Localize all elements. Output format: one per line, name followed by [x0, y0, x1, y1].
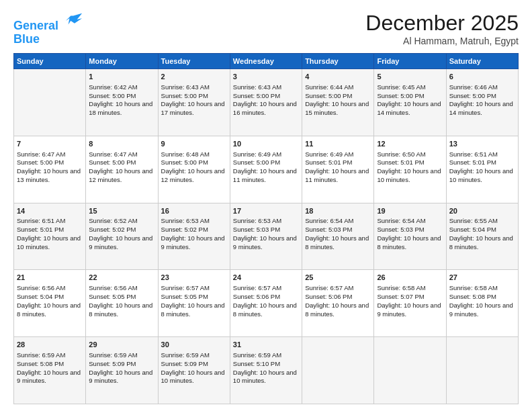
calendar-cell: 10Sunrise: 6:49 AMSunset: 5:00 PMDayligh…: [230, 136, 302, 203]
logo: General Blue: [13, 11, 83, 46]
sunset-text: Sunset: 5:02 PM: [161, 226, 208, 233]
week-row-5: 28Sunrise: 6:59 AMSunset: 5:08 PMDayligh…: [14, 337, 519, 404]
day-number: 6: [449, 72, 515, 82]
daylight-text: Daylight: 10 hours and 17 minutes.: [161, 100, 225, 116]
daylight-text: Daylight: 10 hours and 8 minutes.: [89, 302, 152, 318]
sunset-text: Sunset: 5:08 PM: [17, 360, 64, 367]
calendar-cell: 30Sunrise: 6:59 AMSunset: 5:09 PMDayligh…: [158, 337, 230, 404]
calendar-cell: 1Sunrise: 6:42 AMSunset: 5:00 PMDaylight…: [86, 69, 158, 136]
calendar-cell: [446, 337, 518, 404]
month-title: December 2025: [365, 11, 519, 36]
calendar-cell: 14Sunrise: 6:51 AMSunset: 5:01 PMDayligh…: [14, 203, 86, 270]
calendar-cell: 13Sunrise: 6:51 AMSunset: 5:01 PMDayligh…: [446, 136, 518, 203]
calendar-cell: 11Sunrise: 6:49 AMSunset: 5:01 PMDayligh…: [302, 136, 374, 203]
daylight-text: Daylight: 10 hours and 13 minutes.: [17, 167, 81, 183]
daylight-text: Daylight: 10 hours and 9 minutes.: [89, 369, 152, 385]
daylight-text: Daylight: 10 hours and 10 minutes.: [449, 167, 513, 183]
day-number: 4: [305, 72, 371, 82]
col-header-thursday: Thursday: [302, 54, 374, 69]
calendar-cell: 25Sunrise: 6:57 AMSunset: 5:06 PMDayligh…: [302, 270, 374, 337]
day-number: 22: [89, 273, 154, 283]
col-header-sunday: Sunday: [14, 54, 86, 69]
sunset-text: Sunset: 5:06 PM: [305, 293, 352, 300]
calendar-cell: 16Sunrise: 6:53 AMSunset: 5:02 PMDayligh…: [158, 203, 230, 270]
calendar-cell: 28Sunrise: 6:59 AMSunset: 5:08 PMDayligh…: [14, 337, 86, 404]
daylight-text: Daylight: 10 hours and 8 minutes.: [449, 234, 513, 250]
daylight-text: Daylight: 10 hours and 16 minutes.: [233, 100, 297, 116]
day-number: 3: [233, 72, 299, 82]
day-number: 7: [17, 139, 83, 149]
sunrise-text: Sunrise: 6:44 AM: [305, 83, 353, 91]
sunrise-text: Sunrise: 6:59 AM: [17, 351, 65, 359]
sunset-text: Sunset: 5:08 PM: [449, 293, 496, 300]
col-header-tuesday: Tuesday: [158, 54, 230, 69]
week-row-3: 14Sunrise: 6:51 AMSunset: 5:01 PMDayligh…: [14, 203, 519, 270]
header-row: SundayMondayTuesdayWednesdayThursdayFrid…: [14, 54, 519, 69]
day-number: 12: [377, 139, 443, 149]
calendar-table: SundayMondayTuesdayWednesdayThursdayFrid…: [13, 53, 519, 404]
sunset-text: Sunset: 5:00 PM: [17, 158, 64, 166]
day-number: 11: [305, 139, 371, 149]
calendar-cell: 27Sunrise: 6:58 AMSunset: 5:08 PMDayligh…: [446, 270, 518, 337]
daylight-text: Daylight: 10 hours and 10 minutes.: [17, 234, 81, 250]
sunset-text: Sunset: 5:01 PM: [305, 158, 352, 166]
sunset-text: Sunset: 5:01 PM: [449, 158, 496, 166]
sunrise-text: Sunrise: 6:58 AM: [449, 284, 498, 291]
sunrise-text: Sunrise: 6:57 AM: [233, 284, 281, 291]
col-header-friday: Friday: [374, 54, 446, 69]
day-number: 25: [305, 273, 371, 283]
daylight-text: Daylight: 10 hours and 10 minutes.: [377, 167, 441, 183]
daylight-text: Daylight: 10 hours and 9 minutes.: [233, 234, 297, 250]
daylight-text: Daylight: 10 hours and 18 minutes.: [89, 100, 152, 116]
daylight-text: Daylight: 10 hours and 9 minutes.: [17, 369, 81, 385]
sunset-text: Sunset: 5:04 PM: [17, 293, 64, 300]
logo-bird-icon: [64, 11, 83, 30]
calendar-cell: 24Sunrise: 6:57 AMSunset: 5:06 PMDayligh…: [230, 270, 302, 337]
sunset-text: Sunset: 5:07 PM: [377, 293, 424, 300]
daylight-text: Daylight: 10 hours and 9 minutes.: [377, 302, 441, 318]
sunrise-text: Sunrise: 6:59 AM: [89, 351, 137, 359]
sunset-text: Sunset: 5:00 PM: [305, 92, 352, 99]
sunrise-text: Sunrise: 6:57 AM: [305, 284, 353, 291]
sunrise-text: Sunrise: 6:59 AM: [233, 351, 281, 359]
day-number: 9: [161, 139, 227, 149]
sunrise-text: Sunrise: 6:49 AM: [233, 150, 281, 158]
day-number: 5: [377, 72, 443, 82]
sunset-text: Sunset: 5:03 PM: [233, 226, 280, 233]
sunset-text: Sunset: 5:00 PM: [161, 92, 208, 99]
calendar-cell: 4Sunrise: 6:44 AMSunset: 5:00 PMDaylight…: [302, 69, 374, 136]
sunset-text: Sunset: 5:00 PM: [377, 92, 424, 99]
daylight-text: Daylight: 10 hours and 10 minutes.: [161, 369, 225, 385]
day-number: 31: [233, 340, 299, 350]
col-header-saturday: Saturday: [446, 54, 518, 69]
sunset-text: Sunset: 5:00 PM: [89, 92, 136, 99]
calendar-cell: 18Sunrise: 6:54 AMSunset: 5:03 PMDayligh…: [302, 203, 374, 270]
daylight-text: Daylight: 10 hours and 8 minutes.: [233, 302, 297, 318]
calendar-cell: 6Sunrise: 6:46 AMSunset: 5:00 PMDaylight…: [446, 69, 518, 136]
sunrise-text: Sunrise: 6:47 AM: [89, 150, 137, 158]
sunset-text: Sunset: 5:04 PM: [449, 226, 496, 233]
sunset-text: Sunset: 5:03 PM: [305, 226, 352, 233]
calendar-cell: 26Sunrise: 6:58 AMSunset: 5:07 PMDayligh…: [374, 270, 446, 337]
day-number: 14: [17, 206, 83, 216]
daylight-text: Daylight: 10 hours and 14 minutes.: [449, 100, 513, 116]
sunset-text: Sunset: 5:00 PM: [449, 92, 496, 99]
day-number: 30: [161, 340, 227, 350]
sunrise-text: Sunrise: 6:57 AM: [161, 284, 210, 291]
title-block: December 2025 Al Hammam, Matruh, Egypt: [365, 11, 519, 46]
sunrise-text: Sunrise: 6:53 AM: [161, 217, 210, 224]
calendar-cell: 3Sunrise: 6:43 AMSunset: 5:00 PMDaylight…: [230, 69, 302, 136]
day-number: 10: [233, 139, 299, 149]
day-number: 28: [17, 340, 83, 350]
header: General Blue December 2025 Al Hammam, Ma…: [13, 11, 519, 46]
day-number: 2: [161, 72, 227, 82]
sunset-text: Sunset: 5:05 PM: [161, 293, 208, 300]
sunrise-text: Sunrise: 6:51 AM: [17, 217, 65, 224]
sunrise-text: Sunrise: 6:56 AM: [89, 284, 137, 291]
daylight-text: Daylight: 10 hours and 12 minutes.: [161, 167, 225, 183]
sunset-text: Sunset: 5:03 PM: [377, 226, 424, 233]
day-number: 16: [161, 206, 227, 216]
day-number: 15: [89, 206, 154, 216]
sunset-text: Sunset: 5:05 PM: [89, 293, 136, 300]
day-number: 17: [233, 206, 299, 216]
